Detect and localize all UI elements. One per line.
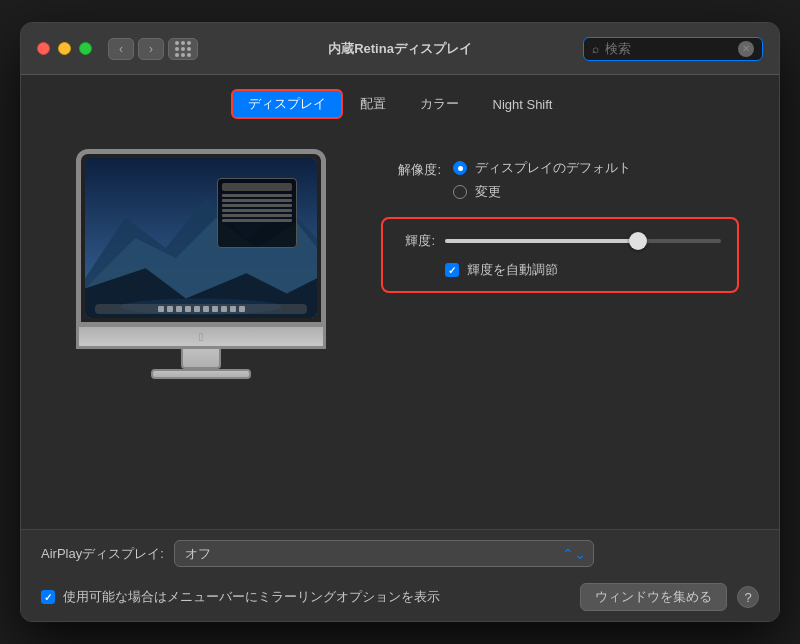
mirror-checkbox[interactable]: ✓ [41,590,55,604]
resolution-options: ディスプレイのデフォルト 変更 [453,159,631,201]
search-clear-button[interactable]: ✕ [738,41,754,57]
checkbox-check-icon: ✓ [448,265,456,276]
dw-line-1 [222,194,292,197]
main-window: ‹ › 内蔵Retinaディスプレイ ⌕ ✕ ディスプレイ 配置 カラー Nig… [20,22,780,622]
imac-illustration:  [76,149,326,379]
main-content:  解像度: ディスプレイのデフォルト [21,129,779,529]
forward-button[interactable]: › [138,38,164,60]
airplay-label: AirPlayディスプレイ: [41,545,164,563]
resolution-default-option[interactable]: ディスプレイのデフォルト [453,159,631,177]
airplay-select-wrapper: オフ ⌃⌄ [174,540,594,567]
resolution-change-option[interactable]: 変更 [453,183,631,201]
dock-icon-8 [221,306,227,312]
dw-titlebar [222,183,292,191]
back-button[interactable]: ‹ [108,38,134,60]
brightness-label: 輝度: [399,232,435,250]
tab-night-shift[interactable]: Night Shift [476,91,570,118]
auto-brightness-label: 輝度を自動調節 [467,261,558,279]
auto-brightness-row: ✓ 輝度を自動調節 [399,261,721,279]
help-button[interactable]: ? [737,586,759,608]
brightness-row: 輝度: [399,231,721,251]
dw-line-5 [222,214,292,217]
imac-chin:  [76,327,326,349]
dock-icon-9 [230,306,236,312]
titlebar: ‹ › 内蔵Retinaディスプレイ ⌕ ✕ [21,23,779,75]
airplay-select[interactable]: オフ [174,540,594,567]
maximize-button[interactable] [79,42,92,55]
resolution-default-label: ディスプレイのデフォルト [475,159,631,177]
imac-screen-outer [76,149,326,327]
imac-stand-top [181,349,221,369]
search-box[interactable]: ⌕ ✕ [583,37,763,61]
right-buttons: ウィンドウを集める ? [580,583,759,611]
tab-color[interactable]: カラー [403,89,476,119]
grid-view-button[interactable] [168,38,198,60]
close-button[interactable] [37,42,50,55]
dw-line-6 [222,219,292,222]
dock-icon-2 [167,306,173,312]
mirror-text: 使用可能な場合はメニューバーにミラーリングオプションを表示 [63,588,440,606]
dock-icon-4 [185,306,191,312]
dw-line-3 [222,204,292,207]
window-title: 内蔵Retinaディスプレイ [328,40,472,58]
resolution-change-radio[interactable] [453,185,467,199]
nav-buttons: ‹ › [108,38,164,60]
dw-line-2 [222,199,292,202]
resolution-change-label: 変更 [475,183,501,201]
dock-bar [95,304,307,314]
brightness-slider-container [445,231,721,251]
imac-section:  [61,149,341,509]
resolution-default-radio[interactable] [453,161,467,175]
bottom-bar-mirror: ✓ 使用可能な場合はメニューバーにミラーリングオプションを表示 ウィンドウを集め… [21,577,779,621]
dw-line-4 [222,209,292,212]
search-icon: ⌕ [592,42,599,56]
minimize-button[interactable] [58,42,71,55]
auto-brightness-checkbox-container[interactable]: ✓ 輝度を自動調節 [445,261,558,279]
search-input[interactable] [605,41,732,56]
traffic-lights [37,42,92,55]
desktop-window [217,178,297,248]
brightness-slider-track [445,239,721,243]
mirror-checkbox-row: ✓ 使用可能な場合はメニューバーにミラーリングオプションを表示 [41,588,440,606]
dock-icon-1 [158,306,164,312]
imac-screen [85,158,317,318]
collect-windows-button[interactable]: ウィンドウを集める [580,583,727,611]
apple-logo-icon:  [199,330,203,344]
dock-icon-10 [239,306,245,312]
auto-brightness-checkbox[interactable]: ✓ [445,263,459,277]
dock-icon-3 [176,306,182,312]
settings-panel: 解像度: ディスプレイのデフォルト 変更 [381,149,739,509]
bottom-bar-airplay: AirPlayディスプレイ: オフ ⌃⌄ [21,529,779,577]
resolution-row: 解像度: ディスプレイのデフォルト 変更 [381,159,739,201]
dock-icon-7 [212,306,218,312]
resolution-label: 解像度: [381,159,441,179]
dock-icon-6 [203,306,209,312]
mirror-checkbox-check-icon: ✓ [44,592,52,603]
tabs-bar: ディスプレイ 配置 カラー Night Shift [21,75,779,129]
brightness-slider-fill [445,239,638,243]
tab-arrangement[interactable]: 配置 [343,89,403,119]
brightness-section: 輝度: ✓ 輝度を自動調節 [381,217,739,293]
imac-stand-base [151,369,251,379]
dock-icon-5 [194,306,200,312]
tab-display[interactable]: ディスプレイ [231,89,343,119]
brightness-slider-thumb[interactable] [629,232,647,250]
